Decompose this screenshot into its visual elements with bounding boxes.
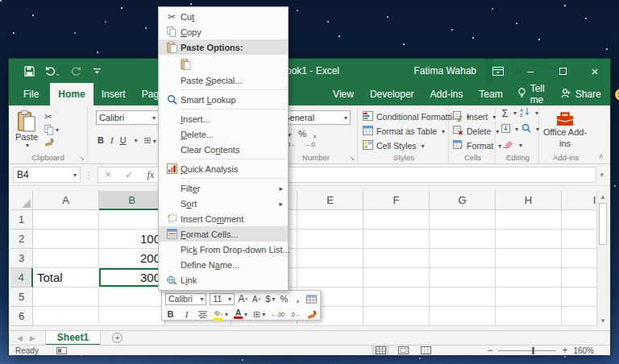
cell-i2[interactable]	[562, 230, 596, 249]
expand-formula-bar-icon[interactable]: ▾	[600, 171, 604, 179]
mini-shrink-font-button[interactable]: A˅	[251, 295, 262, 304]
menu-item-copy[interactable]: Copy	[159, 24, 288, 39]
sort-filter-button[interactable]: AZ	[520, 107, 530, 118]
underline-button[interactable]: U	[120, 135, 127, 145]
tab-file[interactable]: File	[12, 83, 50, 105]
menu-item-insert-comment[interactable]: Insert Comment	[159, 211, 288, 226]
column-header-a[interactable]: A	[33, 191, 99, 210]
cut-button[interactable]: ✂	[44, 111, 59, 122]
save-icon[interactable]	[22, 64, 36, 78]
column-header-b[interactable]: B	[99, 191, 165, 210]
tab-home[interactable]: Home	[50, 83, 93, 105]
borders-button[interactable]: ⊞▾	[144, 135, 156, 146]
tab-view[interactable]: View	[325, 83, 362, 105]
menu-item-filter[interactable]: Filter▸	[159, 180, 288, 196]
enter-entry-icon[interactable]: ✓	[125, 169, 133, 180]
cell-b3[interactable]: 200	[99, 249, 165, 268]
menu-item-clear-contents[interactable]: Clear Contents	[159, 142, 288, 157]
number-dialog-launcher[interactable]: ↘	[349, 155, 355, 162]
new-sheet-button[interactable]: +	[112, 333, 123, 343]
row-header-1[interactable]: 1	[10, 210, 33, 230]
user-name[interactable]: Fatima Wahab	[413, 65, 476, 77]
mini-font-size-combo[interactable]: 11▾	[210, 293, 235, 305]
column-header-h[interactable]: H	[496, 191, 562, 210]
namebox-splitter[interactable]: ⋮	[85, 170, 93, 180]
font-name-combo[interactable]: Calibri▾	[96, 110, 159, 125]
menu-item-quick-analysis[interactable]: Quick Analysis	[159, 161, 288, 176]
cell-b5[interactable]	[99, 287, 165, 307]
cell-i5[interactable]	[562, 287, 596, 307]
tab-developer[interactable]: Developer	[362, 83, 422, 105]
minimize-button[interactable]: –	[520, 63, 541, 79]
row-header-4[interactable]: 4	[10, 268, 33, 287]
mini-borders-button[interactable]: ⊞▾	[253, 309, 265, 320]
menu-item-define-name[interactable]: Define Name...	[159, 257, 288, 272]
menu-item-insert[interactable]: Insert...	[159, 111, 288, 126]
column-header-i[interactable]: I	[562, 191, 596, 210]
cell-i4[interactable]	[562, 268, 596, 287]
sheet-tab-sheet1[interactable]: Sheet1	[45, 331, 101, 345]
cell-i1[interactable]	[562, 210, 596, 230]
cell-b4[interactable]: 300	[99, 268, 165, 287]
mini-increase-decimal-button[interactable]: ←.00	[271, 312, 285, 317]
find-select-button[interactable]	[521, 123, 531, 134]
paste-option-keep-source[interactable]	[159, 55, 288, 72]
cell-a1[interactable]	[33, 210, 99, 230]
cell-g3[interactable]	[430, 249, 496, 268]
bold-button[interactable]: B	[98, 135, 104, 145]
mini-accounting-button[interactable]: $▾	[265, 294, 276, 304]
copy-button[interactable]: ▾	[44, 125, 59, 135]
mini-bold-button[interactable]: B	[165, 309, 176, 319]
cancel-entry-icon[interactable]: ×	[106, 169, 111, 180]
italic-button[interactable]: I	[110, 135, 114, 145]
delete-cells-button[interactable]: Delete▾	[453, 124, 495, 139]
cell-b1[interactable]	[99, 210, 165, 230]
page-break-view-button[interactable]	[417, 345, 434, 355]
customize-qat-button[interactable]	[89, 64, 104, 78]
menu-item-link[interactable]: Link	[159, 272, 288, 287]
next-sheet-icon[interactable]: ▶	[30, 334, 35, 342]
cell-f1[interactable]	[364, 210, 430, 230]
mini-font-name-combo[interactable]: Calibri▾	[165, 293, 206, 305]
format-as-table-button[interactable]: Format as Table▾	[363, 124, 448, 139]
zoom-out-button[interactable]: −	[487, 345, 492, 356]
cell-g2[interactable]	[430, 230, 496, 249]
cell-g4[interactable]	[430, 268, 496, 287]
cell-i3[interactable]	[562, 249, 596, 268]
cell-f6[interactable]	[364, 307, 430, 326]
menu-item-cut[interactable]: ✂Cut	[159, 9, 288, 24]
cell-e1[interactable]	[297, 210, 364, 230]
number-format-combo[interactable]: General▾	[280, 110, 351, 125]
cell-g5[interactable]	[430, 287, 496, 307]
mini-decrease-decimal-button[interactable]: .0→	[290, 312, 301, 317]
tab-team[interactable]: Team	[471, 83, 510, 105]
menu-item-paste-special[interactable]: Paste Special...	[159, 72, 288, 88]
cell-i6[interactable]	[562, 307, 596, 326]
cell-g6[interactable]	[430, 307, 496, 326]
zoom-slider-thumb[interactable]	[532, 347, 534, 354]
cell-styles-button[interactable]: Cell Styles▾	[363, 139, 448, 153]
cell-h5[interactable]	[496, 287, 562, 307]
ribbon-display-options-icon[interactable]	[488, 63, 509, 79]
maximize-button[interactable]	[552, 63, 573, 79]
mini-comma-button[interactable]: ,	[293, 294, 303, 304]
macro-record-icon[interactable]	[56, 347, 67, 354]
cell-h3[interactable]	[496, 249, 562, 268]
fill-button[interactable]	[501, 124, 510, 134]
insert-function-button[interactable]: fx	[147, 169, 155, 181]
cell-f3[interactable]	[364, 249, 430, 268]
page-layout-view-button[interactable]	[394, 345, 412, 355]
prev-sheet-icon[interactable]: ◀	[17, 334, 23, 342]
mini-percent-button[interactable]: %	[279, 294, 289, 304]
column-header-g[interactable]: G	[430, 191, 496, 210]
cell-e2[interactable]	[297, 230, 364, 249]
menu-item-paste-options[interactable]: Paste Options:	[159, 39, 288, 55]
cell-b2[interactable]: 100	[99, 230, 165, 249]
cell-h1[interactable]	[496, 210, 562, 230]
column-header-e[interactable]: E	[297, 191, 364, 210]
cell-b6[interactable]	[99, 307, 165, 326]
mini-format-table-icon[interactable]	[306, 295, 317, 304]
tell-me-box[interactable]: Tell me	[511, 83, 551, 105]
mini-font-color-button[interactable]: A▾	[234, 310, 247, 319]
zoom-slider[interactable]	[498, 350, 556, 351]
